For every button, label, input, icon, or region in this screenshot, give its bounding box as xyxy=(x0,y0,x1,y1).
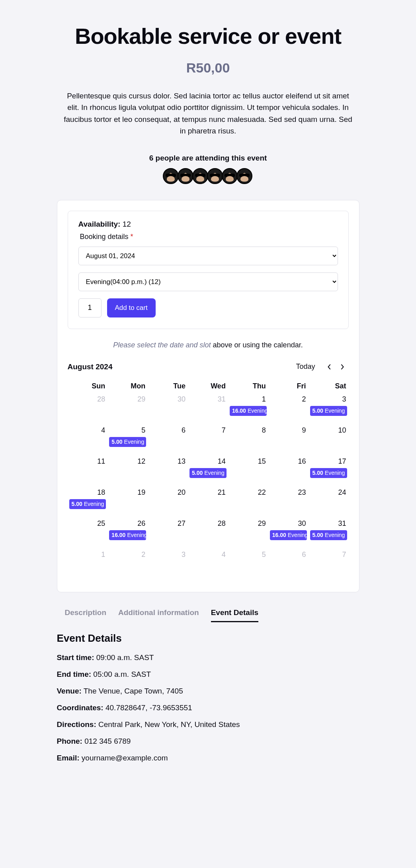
day-number: 25 xyxy=(69,519,106,528)
tab-description[interactable]: Description xyxy=(65,604,107,622)
calendar-day[interactable]: 15 xyxy=(228,456,268,487)
calendar-day[interactable]: 185.00Evening xyxy=(68,487,108,518)
calendar-day[interactable]: 16 xyxy=(268,456,309,487)
day-number: 4 xyxy=(69,426,106,435)
slot-badge[interactable]: 5.00Evening xyxy=(310,530,347,541)
avatar xyxy=(207,168,223,184)
weekday-header: Tue xyxy=(148,380,188,394)
attendee-avatars xyxy=(57,168,359,184)
slot-badge[interactable]: 5.00Evening xyxy=(310,468,347,478)
day-number: 4 xyxy=(189,551,227,559)
day-number: 16 xyxy=(270,457,307,466)
calendar-day[interactable]: 28 xyxy=(188,518,228,549)
calendar-day[interactable]: 29 xyxy=(107,394,148,425)
booking-details-label: Booking details * xyxy=(80,233,338,241)
calendar-day[interactable]: 6 xyxy=(148,425,188,456)
tab-event-details[interactable]: Event Details xyxy=(211,604,258,622)
day-number: 3 xyxy=(149,551,186,559)
calendar-day[interactable]: 7 xyxy=(309,549,349,580)
calendar-day[interactable]: 7 xyxy=(188,425,228,456)
day-number: 26 xyxy=(109,519,146,528)
day-number: 15 xyxy=(230,457,267,466)
slot-badge[interactable]: 16.00Evening xyxy=(270,530,307,541)
calendar-day[interactable]: 8 xyxy=(228,425,268,456)
calendar-day[interactable]: 28 xyxy=(68,394,108,425)
calendar-day[interactable]: 175.00Evening xyxy=(309,456,349,487)
today-button[interactable]: Today xyxy=(296,362,315,371)
calendar-day[interactable]: 23 xyxy=(268,487,309,518)
day-number: 31 xyxy=(310,519,347,528)
day-number: 27 xyxy=(149,519,186,528)
slot-badge[interactable]: 5.00Evening xyxy=(189,468,227,478)
slot-badge[interactable]: 5.00Evening xyxy=(69,499,106,509)
event-detail-row: End time: 05:00 a.m. SAST xyxy=(57,670,359,679)
calendar-day[interactable]: 2 xyxy=(107,549,148,580)
prev-month-button[interactable] xyxy=(323,361,336,373)
day-number: 6 xyxy=(270,551,307,559)
tabs: DescriptionAdditional informationEvent D… xyxy=(57,604,359,623)
day-number: 13 xyxy=(149,457,186,466)
day-number: 19 xyxy=(109,488,146,497)
calendar-day[interactable]: 2 xyxy=(268,394,309,425)
slot-badge[interactable]: 5.00Evening xyxy=(310,406,347,416)
calendar-day[interactable]: 21 xyxy=(188,487,228,518)
day-number: 28 xyxy=(69,395,106,404)
quantity-input[interactable] xyxy=(78,298,102,317)
calendar-day[interactable]: 10 xyxy=(309,425,349,456)
add-to-cart-button[interactable]: Add to cart xyxy=(107,298,156,317)
calendar-day[interactable]: 4 xyxy=(188,549,228,580)
day-number: 6 xyxy=(149,426,186,435)
availability: Availability: 12 xyxy=(78,220,338,229)
day-number: 12 xyxy=(109,457,146,466)
tab-additional-information[interactable]: Additional information xyxy=(118,604,199,622)
day-number: 8 xyxy=(230,426,267,435)
slot-badge[interactable]: 16.00Evening xyxy=(109,530,146,541)
calendar-day[interactable]: 35.00Evening xyxy=(309,394,349,425)
description: Pellentesque quis cursus dolor. Sed laci… xyxy=(57,90,359,137)
booking-form: Availability: 12 Booking details * Augus… xyxy=(68,211,349,329)
calendar-day[interactable]: 25 xyxy=(68,518,108,549)
calendar-day[interactable]: 4 xyxy=(68,425,108,456)
day-number: 24 xyxy=(310,488,347,497)
calendar-day[interactable]: 3 xyxy=(148,549,188,580)
calendar-day[interactable]: 20 xyxy=(148,487,188,518)
calendar-day[interactable]: 13 xyxy=(148,456,188,487)
avatar xyxy=(178,168,193,184)
calendar-day[interactable]: 11 xyxy=(68,456,108,487)
slot-badge[interactable]: 5.00Evening xyxy=(109,437,146,447)
day-number: 3 xyxy=(310,395,347,404)
calendar-day[interactable]: 6 xyxy=(268,549,309,580)
calendar-day[interactable]: 145.00Evening xyxy=(188,456,228,487)
calendar-day[interactable]: 3016.00Evening xyxy=(268,518,309,549)
calendar-day[interactable]: 19 xyxy=(107,487,148,518)
calendar-day[interactable]: 30 xyxy=(148,394,188,425)
calendar-day[interactable]: 12 xyxy=(107,456,148,487)
next-month-button[interactable] xyxy=(336,361,349,373)
calendar-day[interactable]: 315.00Evening xyxy=(309,518,349,549)
calendar-day[interactable]: 55.00Evening xyxy=(107,425,148,456)
day-number: 5 xyxy=(230,551,267,559)
calendar-day[interactable]: 1 xyxy=(68,549,108,580)
page-title: Bookable service or event xyxy=(57,23,359,49)
day-number: 18 xyxy=(69,488,106,497)
avatar xyxy=(222,168,238,184)
avatar xyxy=(236,168,252,184)
day-number: 2 xyxy=(109,551,146,559)
calendar-day[interactable]: 29 xyxy=(228,518,268,549)
calendar-day[interactable]: 5 xyxy=(228,549,268,580)
slot-select[interactable]: Evening(04:00 p.m.) (12) xyxy=(78,272,338,291)
calendar-day[interactable]: 27 xyxy=(148,518,188,549)
calendar-day[interactable]: 9 xyxy=(268,425,309,456)
day-number: 23 xyxy=(270,488,307,497)
day-number: 1 xyxy=(69,551,106,559)
calendar-day[interactable]: 31 xyxy=(188,394,228,425)
weekday-header: Sun xyxy=(68,380,108,394)
slot-badge[interactable]: 16.00Evening xyxy=(230,406,267,416)
date-select[interactable]: August 01, 2024 xyxy=(78,247,338,265)
calendar-day[interactable]: 116.00Evening xyxy=(228,394,268,425)
event-detail-row: Coordinates: 40.7828647, -73.9653551 xyxy=(57,703,359,712)
calendar-day[interactable]: 22 xyxy=(228,487,268,518)
chevron-right-icon xyxy=(340,364,345,370)
calendar-day[interactable]: 2616.00Evening xyxy=(107,518,148,549)
calendar-day[interactable]: 24 xyxy=(309,487,349,518)
